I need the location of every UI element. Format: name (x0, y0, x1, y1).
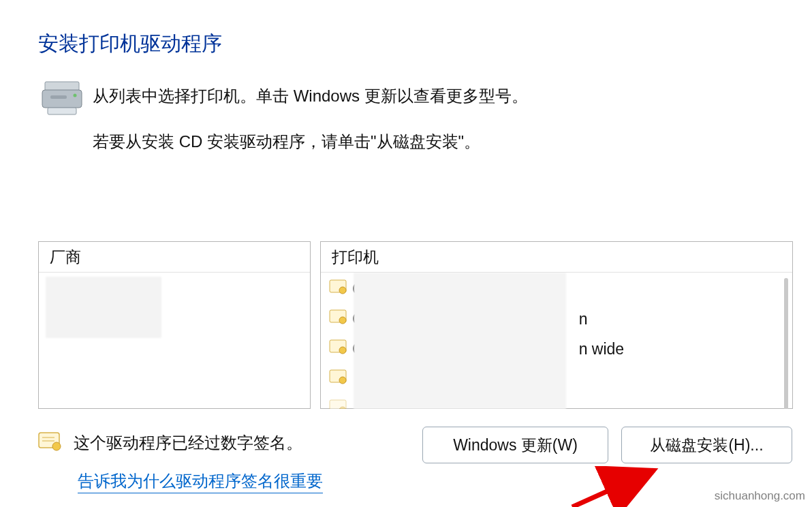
certificate-icon (329, 309, 347, 328)
svg-point-8 (339, 317, 346, 324)
manufacturer-header: 厂商 (39, 242, 310, 273)
svg-point-10 (339, 347, 346, 354)
svg-point-3 (74, 94, 77, 97)
printer-list-body: C C n C n wide (321, 273, 792, 409)
signature-text: 这个驱动程序已经过数字签名。 (74, 432, 302, 454)
printer-listbox[interactable]: 打印机 C C n C n wide (320, 241, 793, 409)
printer-icon (41, 80, 83, 119)
certificate-icon (329, 369, 347, 388)
windows-update-button[interactable]: Windows 更新(W) (422, 427, 608, 463)
svg-rect-4 (50, 95, 67, 99)
intro-text-line1: 从列表中选择打印机。单击 Windows 更新以查看更多型号。 (93, 85, 528, 107)
signature-status: 这个驱动程序已经过数字签名。 (38, 432, 302, 454)
manufacturer-listbox[interactable]: 厂商 (38, 241, 311, 409)
svg-point-18 (52, 442, 61, 450)
certificate-icon (329, 399, 347, 409)
printer-name-suffix: n wide (579, 340, 624, 358)
signature-importance-link[interactable]: 告诉我为什么驱动程序签名很重要 (78, 470, 323, 493)
page-title: 安装打印机驱动程序 (38, 30, 222, 58)
certificate-icon (329, 339, 347, 358)
intro-text-line2: 若要从安装 CD 安装驱动程序，请单击"从磁盘安装"。 (93, 131, 480, 153)
scrollbar[interactable] (784, 278, 788, 409)
printer-header: 打印机 (321, 242, 792, 273)
watermark: sichuanhong.com (715, 489, 805, 503)
svg-point-6 (339, 287, 346, 294)
svg-line-19 (572, 470, 654, 507)
svg-rect-2 (48, 108, 76, 114)
manufacturer-list-redacted (46, 277, 161, 338)
certificate-icon (329, 279, 347, 298)
annotation-arrow-icon (559, 466, 695, 507)
printer-name-suffix: n (579, 310, 588, 328)
certificate-icon (38, 432, 61, 454)
svg-point-12 (339, 377, 346, 384)
printer-list-redacted (354, 273, 566, 409)
install-from-disk-button[interactable]: 从磁盘安装(H)... (621, 427, 792, 463)
